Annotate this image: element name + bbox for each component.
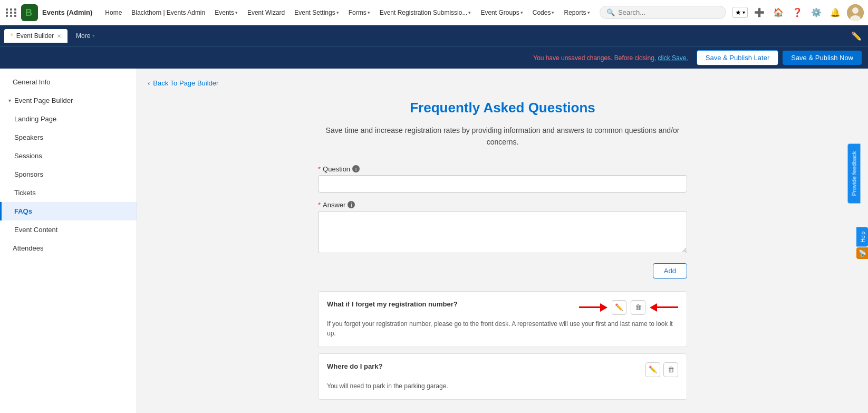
question-label: * Question i — [318, 165, 687, 173]
faq-item-0: What if I forget my registration number?… — [318, 291, 687, 347]
sidebar-item-faqs[interactable]: FAQs — [0, 202, 137, 220]
tab-more-chevron: ▾ — [92, 33, 95, 39]
faq-item-1-edit-button[interactable]: ✏️ — [645, 362, 660, 377]
sidebar-item-tickets[interactable]: Tickets — [0, 184, 137, 202]
app-logo: B — [21, 4, 38, 21]
tab-modified-indicator: * — [11, 32, 13, 40]
back-to-page-builder-link[interactable]: ‹ Back To Page Builder — [148, 79, 218, 87]
nav-events[interactable]: Events ▾ — [210, 7, 242, 18]
rss-button[interactable]: 📡 — [856, 247, 868, 259]
nav-event-groups[interactable]: Event Groups ▾ — [476, 7, 527, 18]
events-chevron: ▾ — [235, 10, 238, 15]
arrow-right-icon — [600, 303, 607, 312]
faq-item-1-header: Where do I park? ✏️ 🗑 — [327, 362, 678, 377]
tab-close-icon[interactable]: ✕ — [57, 33, 61, 39]
edit-icon[interactable]: ✏️ — [849, 28, 864, 43]
svg-point-3 — [852, 7, 859, 14]
answer-info-icon[interactable]: i — [348, 201, 355, 208]
question-required: * — [318, 165, 321, 173]
faq-item-0-edit-button[interactable]: ✏️ — [612, 300, 626, 315]
arrow-right-indicator — [579, 303, 607, 312]
nav-files[interactable]: Files ▾ — [595, 7, 598, 18]
nav-blackthorn[interactable]: Blackthorn | Events Admin — [127, 7, 209, 18]
codes-chevron: ▾ — [552, 10, 554, 15]
arrow-left-icon — [650, 303, 657, 312]
answer-required: * — [318, 201, 321, 209]
faq-item-0-actions: ✏️ 🗑 — [579, 300, 678, 315]
answer-field-group: * Answer i — [318, 201, 687, 255]
sidebar-group-event-page-builder[interactable]: ▾ Event Page Builder — [0, 91, 137, 110]
faq-content: Frequently Asked Questions Save time and… — [318, 100, 687, 400]
top-navigation: B Events (Admin) Home Blackthorn | Event… — [0, 0, 868, 25]
nav-home[interactable]: Home — [101, 7, 126, 18]
svg-text:B: B — [25, 7, 32, 18]
add-icon[interactable]: ➕ — [752, 5, 767, 20]
provide-feedback-tab[interactable]: Provide feedback — [848, 143, 861, 203]
forms-chevron: ▾ — [368, 10, 370, 15]
help-panel: Help 📡 — [856, 227, 868, 260]
add-faq-button[interactable]: Add — [653, 263, 687, 278]
save-publish-later-button[interactable]: Save & Publish Later — [697, 50, 778, 65]
help-icon[interactable]: ❓ — [790, 5, 805, 20]
faq-item-0-question: What if I forget my registration number? — [327, 300, 579, 308]
sidebar: General Info ▾ Event Page Builder Landin… — [0, 69, 137, 413]
content-area: ‹ Back To Page Builder Frequently Asked … — [137, 69, 868, 413]
app-title: Events (Admin) — [42, 8, 92, 16]
sidebar-general-info[interactable]: General Info — [0, 73, 137, 91]
tab-bar: * Event Builder ✕ More ▾ ✏️ — [0, 25, 868, 46]
sidebar-item-sponsors[interactable]: Sponsors — [0, 165, 137, 184]
nav-forms[interactable]: Forms ▾ — [344, 7, 374, 18]
sidebar-item-sessions[interactable]: Sessions — [0, 147, 137, 165]
home-icon[interactable]: 🏠 — [771, 5, 786, 20]
nav-right-icons: ★ ▾ ➕ 🏠 ❓ ⚙️ 🔔 — [732, 4, 864, 21]
bell-icon[interactable]: 🔔 — [828, 5, 843, 20]
save-link[interactable]: click Save. — [658, 54, 688, 62]
help-button[interactable]: Help — [856, 227, 868, 247]
answer-label: * Answer i — [318, 201, 687, 209]
unsaved-message: You have unsaved changes. Before closing… — [6, 54, 688, 62]
avatar[interactable] — [847, 4, 864, 21]
search-bar[interactable]: 🔍 — [600, 6, 726, 19]
faq-item-1: Where do I park? ✏️ 🗑 You will need to p… — [318, 353, 687, 400]
faq-item-1-question: Where do I park? — [327, 362, 645, 370]
main-layout: General Info ▾ Event Page Builder Landin… — [0, 69, 868, 413]
action-bar: You have unsaved changes. Before closing… — [0, 46, 868, 69]
tab-event-builder-label: Event Builder — [16, 32, 54, 40]
apps-icon[interactable] — [4, 5, 19, 20]
nav-codes[interactable]: Codes ▾ — [528, 7, 559, 18]
event-settings-chevron: ▾ — [336, 10, 339, 15]
search-input[interactable] — [618, 8, 719, 16]
answer-textarea[interactable] — [318, 211, 687, 253]
tab-event-builder[interactable]: * Event Builder ✕ — [4, 29, 67, 43]
search-icon: 🔍 — [606, 8, 615, 16]
rss-icon: 📡 — [859, 249, 866, 257]
nav-reports[interactable]: Reports ▾ — [560, 7, 594, 18]
nav-event-wizard[interactable]: Event Wizard — [243, 7, 289, 18]
question-input[interactable] — [318, 175, 687, 193]
settings-icon[interactable]: ⚙️ — [809, 5, 824, 20]
faq-item-1-delete-button[interactable]: 🗑 — [663, 362, 678, 377]
question-field-group: * Question i — [318, 165, 687, 193]
tab-more[interactable]: More ▾ — [70, 29, 101, 43]
faq-item-1-answer: You will need to park in the parking gar… — [327, 381, 678, 391]
faq-item-1-actions: ✏️ 🗑 — [645, 362, 678, 377]
tab-more-label: More — [76, 32, 90, 40]
sidebar-attendees[interactable]: Attendees — [0, 239, 137, 257]
nav-event-settings[interactable]: Event Settings ▾ — [290, 7, 343, 18]
faq-item-0-delete-button[interactable]: 🗑 — [631, 300, 645, 315]
sidebar-item-landing-page[interactable]: Landing Page — [0, 110, 137, 128]
question-info-icon[interactable]: i — [352, 165, 360, 172]
save-publish-now-button[interactable]: Save & Publish Now — [783, 51, 862, 65]
back-chevron-icon: ‹ — [148, 79, 150, 87]
faq-subtitle: Save time and increase registration rate… — [318, 124, 687, 148]
event-page-builder-chevron: ▾ — [8, 98, 11, 103]
nav-event-reg[interactable]: Event Registration Submissio... ▾ — [375, 7, 476, 18]
sidebar-item-event-content[interactable]: Event Content — [0, 220, 137, 239]
sidebar-item-speakers[interactable]: Speakers — [0, 128, 137, 147]
arrow-left-indicator — [650, 303, 678, 312]
favorites-icon[interactable]: ★ ▾ — [732, 7, 748, 18]
faq-item-0-header: What if I forget my registration number?… — [327, 300, 678, 315]
event-reg-chevron: ▾ — [468, 10, 471, 15]
faq-item-0-answer: If you forget your registration number, … — [327, 319, 678, 338]
event-groups-chevron: ▾ — [520, 10, 523, 15]
